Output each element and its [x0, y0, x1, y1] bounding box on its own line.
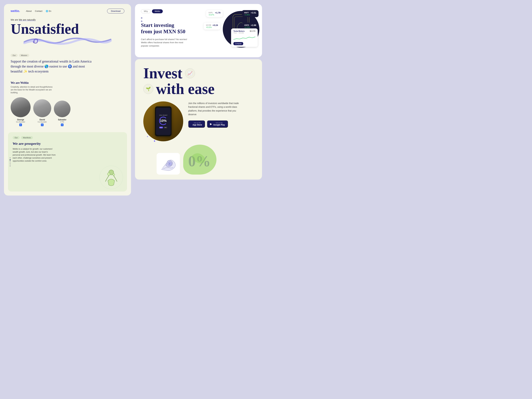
- tesla-price: $0.078: [250, 30, 255, 34]
- svg-point-2: [108, 173, 110, 175]
- scroll-dot-3: [10, 161, 11, 162]
- avatar-name-salvador: Salvador: [58, 119, 66, 121]
- globe-icon: 🌐: [46, 10, 48, 12]
- avatar-name-george: George: [17, 119, 24, 121]
- linkedin-icon-david[interactable]: in: [41, 124, 44, 126]
- sparkle-decoration: ✦: [153, 139, 156, 143]
- hero-subtitle: We are We are naturally: [11, 19, 124, 21]
- linkedin-icon-salvador[interactable]: in: [61, 124, 63, 126]
- breadcrumb-our-manifesto: Our: [13, 136, 20, 139]
- store-buttons: Get on the App Store ▶ Get on the Google…: [188, 120, 254, 128]
- stock-price-aapl: +1.79: [215, 12, 221, 14]
- step-dot-2: [141, 21, 142, 22]
- manifesto-desc: Weltio is a catalyst for growth: our cus…: [13, 147, 56, 162]
- avatar-photo-salvador: [54, 101, 70, 117]
- stock-sym-msft: MSFT: [244, 12, 249, 14]
- phone-chart-ring: 10%: [159, 117, 167, 125]
- google-play-pre: Get on the: [213, 122, 225, 124]
- stock-sym-aapl: AAPL: [209, 12, 213, 14]
- app-store-name: App Store: [192, 124, 202, 126]
- navbar: weltio. About Contact 🌐 En Download: [4, 4, 131, 17]
- tesla-ticker: TSLA +00.000: [234, 32, 245, 34]
- svg-point-3: [113, 174, 115, 176]
- plant-icon: 🌱: [143, 84, 153, 94]
- stock-price-amzn: +2.88: [251, 24, 256, 26]
- investing-right: AAPL +1.79 +9.67% MSFT +3.51 +3.95% QCOM…: [209, 9, 256, 52]
- avatar-role-george: Co-founder: [16, 121, 25, 123]
- invest-title-row-2: 🌱 with ease: [143, 82, 254, 96]
- invest-desc: Join the millions of investors worldwide…: [188, 101, 245, 116]
- manifesto-title: We are prosperity: [13, 141, 122, 146]
- invest-title-line1: Invest: [143, 66, 182, 81]
- invest-section: Invest 📈 🌱 with ease ¡Hola, Salvador! 10…: [135, 59, 262, 180]
- step-indicators: [141, 17, 205, 22]
- investing-desc: Can't afford to purchase full shares? No…: [141, 38, 188, 48]
- google-play-button[interactable]: ▶ Get on the Google Play: [207, 120, 228, 128]
- phone-container: ¡Hola, Salvador! 10% Buy Sell: [143, 101, 183, 141]
- team-section: We are Weltio Creativity, attention to d…: [4, 77, 131, 129]
- phone-greeting: ¡Hola, Salvador!: [159, 114, 167, 116]
- avatar-name-david: David: [40, 119, 45, 121]
- stock-price-qcom: +0.24: [212, 24, 218, 26]
- tab-why[interactable]: Why: [141, 9, 151, 13]
- stock-card-aapl: AAPL +1.79 +9.67%: [206, 10, 223, 17]
- breadcrumb-mission: Mission: [19, 54, 29, 57]
- stock-card-msft: MSFT +3.51 +3.95%: [242, 10, 259, 17]
- scroll-dot-4: [10, 163, 11, 165]
- tesla-mini-chart: [234, 35, 255, 40]
- linkedin-icon-george[interactable]: in: [19, 124, 22, 126]
- tesla-buy-button[interactable]: Comprar: [234, 42, 243, 45]
- nav-lang[interactable]: 🌐 En: [46, 10, 51, 12]
- manifesto-section: Our Manifesto We are prosperity Weltio i…: [8, 132, 127, 191]
- avatar-photo-david: [33, 99, 51, 117]
- step-dot-1: [141, 17, 142, 19]
- tesla-name: Tesla Motors: [234, 30, 245, 32]
- breadcrumb-our: Our: [11, 54, 18, 57]
- nav-about[interactable]: About: [26, 10, 32, 12]
- logo[interactable]: weltio.: [11, 9, 20, 13]
- avatar-photo-george: [11, 97, 31, 117]
- scroll-indicators: [10, 158, 11, 166]
- left-panel: weltio. About Contact 🌐 En Download We a…: [4, 4, 131, 196]
- stock-change-aapl: +9.67%: [209, 14, 221, 16]
- manifesto-breadcrumb: Our Manifesto: [13, 136, 122, 139]
- phone-circle: ¡Hola, Salvador! 10% Buy Sell: [143, 101, 183, 141]
- stock-change-msft: +3.95%: [244, 14, 256, 16]
- phone-mockup: ¡Hola, Salvador! 10% Buy Sell: [155, 106, 171, 136]
- phone-illustration: ¡Hola, Salvador! 10% Buy Sell: [143, 101, 183, 141]
- invest-right-content: Join the millions of investors worldwide…: [188, 101, 254, 128]
- mission-breadcrumb: Our Mission: [11, 54, 124, 57]
- invest-title-row-1: Invest 📈: [143, 66, 254, 81]
- investing-tabs: Why Weltio: [141, 9, 205, 13]
- scroll-dot-2: [10, 159, 11, 160]
- investing-left: Why Weltio Start investingfrom just MXN …: [141, 9, 205, 52]
- stock-change-amzn: +0.23%: [244, 26, 256, 28]
- sparkle-decoration-2: ✦: [147, 135, 148, 138]
- google-play-text: Get on the Google Play: [213, 122, 225, 126]
- google-play-name: Google Play: [213, 124, 225, 126]
- stock-card-qcom: QCOM +0.24 +0.21%: [204, 23, 220, 30]
- team-avatars: George Co-founder in David Co-founder in…: [11, 97, 124, 126]
- avatar-george: George Co-founder in: [11, 97, 31, 126]
- avatar-david: David Co-founder in: [33, 99, 51, 126]
- tesla-header: Tesla Motors TSLA +00.000 $0.078: [234, 30, 255, 34]
- stock-sym-amzn: AMZN: [244, 24, 249, 26]
- stock-sym-qcom: QCOM: [206, 24, 211, 26]
- breadcrumb-manifesto: Manifesto: [21, 136, 33, 139]
- team-desc: Creativity, attention to detail and thou…: [11, 86, 54, 94]
- green-blob-illustration: 0%: [183, 145, 216, 175]
- app-store-button[interactable]: Get on the App Store: [188, 120, 205, 128]
- invest-bottom-row: $ 0%: [143, 145, 254, 175]
- step-1: [141, 17, 142, 19]
- step-2: [141, 21, 142, 22]
- team-title: We are Weltio: [11, 81, 124, 85]
- download-button[interactable]: Download: [107, 9, 124, 13]
- nav-contact[interactable]: Contact: [35, 10, 42, 12]
- hero-title: Unsatisfied: [11, 22, 124, 36]
- scroll-dot-5: [10, 165, 11, 166]
- investing-card: Why Weltio Start investingfrom just MXN …: [135, 4, 262, 57]
- hero-subtitle-underline: We are naturally: [19, 19, 36, 21]
- avatar-salvador: Salvador CTO in: [54, 101, 70, 126]
- stock-change-qcom: +0.21%: [206, 26, 218, 28]
- tab-weltio[interactable]: Weltio: [152, 9, 163, 13]
